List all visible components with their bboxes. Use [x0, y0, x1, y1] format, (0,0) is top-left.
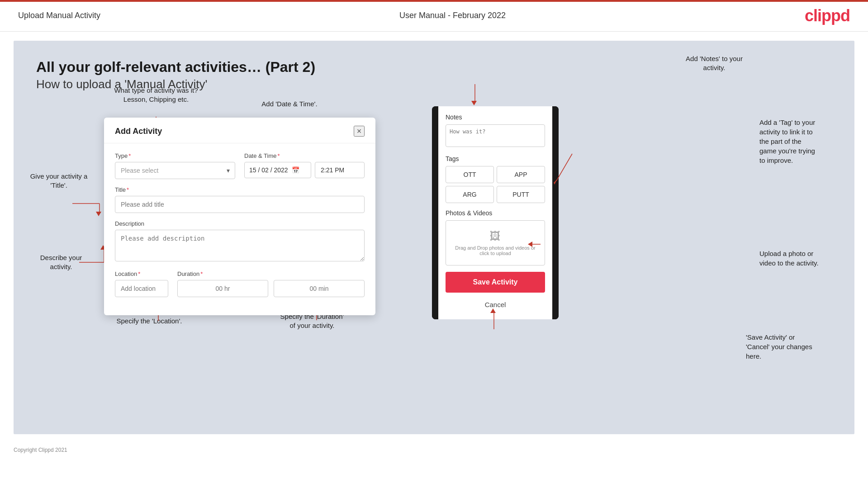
upload-hint: Drag and Drop photos and videos or click…	[455, 245, 536, 256]
type-label: Type*	[115, 152, 235, 159]
description-label: Description	[115, 220, 365, 227]
tag-arg[interactable]: ARG	[446, 186, 494, 203]
manual-title: User Manual - February 2022	[399, 11, 506, 20]
photos-section-label: Photos & Videos	[446, 209, 545, 217]
svg-marker-7	[96, 212, 101, 216]
location-input[interactable]	[115, 280, 168, 297]
annotation-notes: Add 'Notes' to your activity.	[674, 54, 755, 72]
date-time-row: 15 / 02 / 2022 📅 2:21 PM	[244, 162, 365, 178]
description-input[interactable]	[115, 230, 365, 261]
tags-section-label: Tags	[446, 155, 545, 162]
cancel-button[interactable]: Cancel	[446, 297, 545, 312]
duration-min-input[interactable]	[274, 280, 365, 297]
annotation-save: 'Save Activity' or 'Cancel' your changes…	[746, 332, 850, 361]
dialog-body: Type* Please select ▾ Date & Time*	[104, 143, 375, 315]
phone-panel: Notes Tags OTT APP ARG PUTT Photos & Vid…	[432, 106, 563, 319]
description-group: Description	[115, 220, 365, 263]
duration-label: Duration*	[177, 270, 365, 277]
upload-area[interactable]: 🖼 Drag and Drop photos and videos or cli…	[446, 220, 545, 265]
date-field[interactable]: 15 / 02 / 2022 📅	[244, 162, 311, 178]
phone-inner-content: Notes Tags OTT APP ARG PUTT Photos & Vid…	[438, 106, 552, 319]
duration-hr-input[interactable]	[177, 280, 268, 297]
annotation-title: Give your activity a 'Title'.	[27, 172, 90, 190]
annotation-location: Specify the 'Location'.	[111, 317, 188, 326]
dialog-header: Add Activity ×	[104, 118, 375, 143]
title-label: Title*	[115, 186, 365, 193]
copyright: Copyright Clippd 2021	[0, 443, 868, 457]
annotation-desc: Describe your activity.	[27, 253, 95, 271]
title-group: Title*	[115, 186, 365, 213]
tags-grid: OTT APP ARG PUTT	[446, 166, 545, 203]
main-content: All your golf-relevant activities… (Part…	[14, 41, 854, 434]
datetime-group: Date & Time* 15 / 02 / 2022 📅 2:21 PM	[244, 152, 365, 179]
location-label: Location*	[115, 270, 168, 277]
duration-group: Duration*	[177, 270, 365, 297]
duration-inputs	[177, 280, 365, 297]
phone-right-bar	[552, 106, 559, 319]
location-duration-row: Location* Duration*	[115, 270, 365, 297]
close-dialog-button[interactable]: ×	[354, 126, 365, 137]
type-select[interactable]: Please select	[115, 162, 235, 179]
calendar-icon: 📅	[292, 166, 299, 174]
logo: clippd	[805, 6, 850, 25]
time-field[interactable]: 2:21 PM	[315, 162, 365, 178]
annotation-tags: Add a 'Tag' to your activity to link it …	[759, 118, 850, 165]
annotation-upload: Upload a photo or video to the activity.	[759, 249, 850, 268]
dialog-title: Add Activity	[115, 127, 162, 136]
title-input[interactable]	[115, 196, 365, 213]
svg-marker-17	[471, 101, 477, 105]
add-activity-dialog: Add Activity × Type* Please select ▾	[104, 118, 375, 315]
notes-input[interactable]	[446, 124, 545, 147]
tag-ott[interactable]: OTT	[446, 166, 494, 183]
type-group: Type* Please select ▾	[115, 152, 235, 179]
save-activity-button[interactable]: Save Activity	[446, 272, 545, 293]
tag-app[interactable]: APP	[497, 166, 545, 183]
annotation-datetime: Add 'Date & Time'.	[249, 99, 330, 109]
type-select-wrapper: Please select ▾	[115, 162, 235, 179]
tag-putt[interactable]: PUTT	[497, 186, 545, 203]
datetime-label: Date & Time*	[244, 152, 365, 159]
upload-image-icon: 🖼	[490, 230, 501, 242]
phone-left-bar	[432, 106, 438, 319]
annotation-type: What type of activity was it? Lesson, Ch…	[111, 86, 201, 104]
notes-section-label: Notes	[446, 114, 545, 121]
page-title: Upload Manual Activity	[18, 11, 100, 20]
location-group: Location*	[115, 270, 168, 297]
phone-frame: Notes Tags OTT APP ARG PUTT Photos & Vid…	[432, 106, 559, 319]
top-bar: Upload Manual Activity User Manual - Feb…	[0, 0, 868, 32]
phone-content-area: Notes Tags OTT APP ARG PUTT Photos & Vid…	[432, 106, 559, 319]
type-datetime-row: Type* Please select ▾ Date & Time*	[115, 152, 365, 179]
